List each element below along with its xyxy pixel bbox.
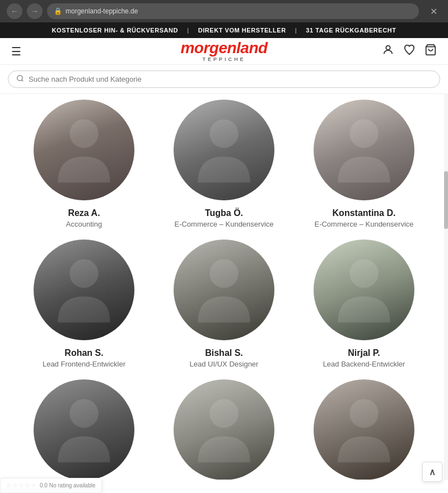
avatar-2 xyxy=(174,100,274,200)
star-1: ☆ xyxy=(6,482,12,489)
member-name: Bishal S. xyxy=(205,348,243,358)
member-name: Rohan S. xyxy=(64,348,103,358)
address-bar[interactable]: 🔒 morgenland-teppiche.de xyxy=(47,3,419,19)
chevron-up-icon: ∧ xyxy=(429,467,436,477)
banner-separator-1: | xyxy=(187,27,189,34)
header: ☰ morgenland TEPPICHE xyxy=(0,38,448,65)
member-role: Accounting xyxy=(66,220,102,228)
svg-point-8 xyxy=(209,259,238,288)
search-bar xyxy=(0,65,448,94)
svg-point-4 xyxy=(69,119,98,148)
avatar-7 xyxy=(34,379,134,480)
banner-part-3: 31 TAGE RÜCKGABERECHT xyxy=(306,27,396,34)
forward-button[interactable]: → xyxy=(27,3,43,19)
header-left: ☰ xyxy=(11,45,21,58)
svg-point-7 xyxy=(69,259,98,288)
avatar-8 xyxy=(174,379,274,480)
back-button[interactable]: ← xyxy=(7,3,22,19)
team-member: Bishal S.Lead UI/UX Designer xyxy=(157,240,291,368)
scrollbar-track[interactable] xyxy=(444,94,448,480)
search-icon xyxy=(16,74,24,84)
svg-point-10 xyxy=(69,399,98,428)
team-member: Tugba Ö.E-Commerce – Kundenservice xyxy=(157,100,291,228)
scroll-top-button[interactable]: ∧ xyxy=(422,462,442,482)
search-wrapper[interactable] xyxy=(8,71,440,88)
team-member: Reza A.Accounting xyxy=(17,100,151,228)
rating-text: 0.0 No rating available xyxy=(40,482,96,489)
rating-badge: ☆ ☆ ☆ ☆ ☆ 0.0 No rating available xyxy=(0,478,102,493)
avatar-3 xyxy=(314,100,414,200)
rating-label: No rating available xyxy=(49,482,96,489)
avatar-5 xyxy=(174,240,274,340)
member-name: Reza A. xyxy=(68,208,100,218)
lock-icon: 🔒 xyxy=(54,7,62,15)
search-input[interactable] xyxy=(29,75,432,83)
member-name: Tugba Ö. xyxy=(205,208,243,218)
star-4: ☆ xyxy=(25,482,30,489)
cart-icon[interactable] xyxy=(424,44,437,59)
browser-controls: ← → xyxy=(7,3,43,19)
team-member: Nirjal P.Lead Backend-Entwickler xyxy=(297,240,431,368)
rating-score: 0.0 xyxy=(40,482,49,489)
member-role: E-Commerce – Kundenservice xyxy=(174,220,273,228)
member-role: Lead Frontend-Entwickler xyxy=(43,360,125,368)
svg-point-9 xyxy=(349,259,378,288)
svg-point-6 xyxy=(349,119,378,148)
svg-line-3 xyxy=(22,80,24,82)
banner-part-1: KOSTENLOSER HIN- & RÜCKVERSAND xyxy=(52,27,179,34)
wishlist-icon[interactable] xyxy=(403,44,416,59)
member-name: Konstantina D. xyxy=(333,208,396,218)
browser-chrome: ← → 🔒 morgenland-teppiche.de ✕ xyxy=(0,0,448,22)
banner-separator-2: | xyxy=(295,27,297,34)
svg-point-11 xyxy=(209,399,238,428)
svg-point-0 xyxy=(386,46,390,50)
team-grid: Reza A.Accounting Tugba Ö.E-Commerce – K… xyxy=(0,94,448,480)
logo-sub: TEPPICHE xyxy=(202,57,245,62)
url-text: morgenland-teppiche.de xyxy=(66,7,138,15)
svg-point-2 xyxy=(17,76,22,81)
member-role: Lead UI/UX Designer xyxy=(190,360,259,368)
avatar-1 xyxy=(34,100,134,200)
member-role: Lead Backend-Entwickler xyxy=(323,360,405,368)
logo-text: morgenland xyxy=(180,40,267,56)
svg-point-5 xyxy=(209,119,238,148)
content-area[interactable]: Reza A.Accounting Tugba Ö.E-Commerce – K… xyxy=(0,94,448,480)
banner-part-2: DIREKT VOM HERSTELLER xyxy=(198,27,286,34)
logo[interactable]: morgenland TEPPICHE xyxy=(180,40,267,62)
star-2: ☆ xyxy=(12,482,18,489)
svg-point-12 xyxy=(349,399,378,428)
avatar-6 xyxy=(314,240,414,340)
rating-stars: ☆ ☆ ☆ ☆ ☆ xyxy=(6,482,36,489)
member-name: Nirjal P. xyxy=(348,348,380,358)
member-role: E-Commerce – Kundenservice xyxy=(314,220,413,228)
scrollbar-thumb[interactable] xyxy=(444,171,448,229)
team-member: Prajwal B.Frontend-Entwickler xyxy=(297,379,431,480)
star-5: ☆ xyxy=(31,482,36,489)
user-icon[interactable] xyxy=(382,44,394,59)
top-banner: KOSTENLOSER HIN- & RÜCKVERSAND | DIREKT … xyxy=(0,22,448,38)
team-member: Roshan K.Spezialist xyxy=(17,379,151,480)
star-3: ☆ xyxy=(18,482,24,489)
header-icons xyxy=(382,44,437,59)
avatar-9 xyxy=(314,379,414,480)
team-member: Rohan S.Lead Frontend-Entwickler xyxy=(17,240,151,368)
close-button[interactable]: ✕ xyxy=(426,3,441,19)
hamburger-menu-button[interactable]: ☰ xyxy=(11,45,21,58)
team-member: Konstantina D.E-Commerce – Kundenservice xyxy=(297,100,431,228)
avatar-4 xyxy=(34,240,134,340)
team-member: Astik D.Lead UI/UX Designer xyxy=(157,379,291,480)
